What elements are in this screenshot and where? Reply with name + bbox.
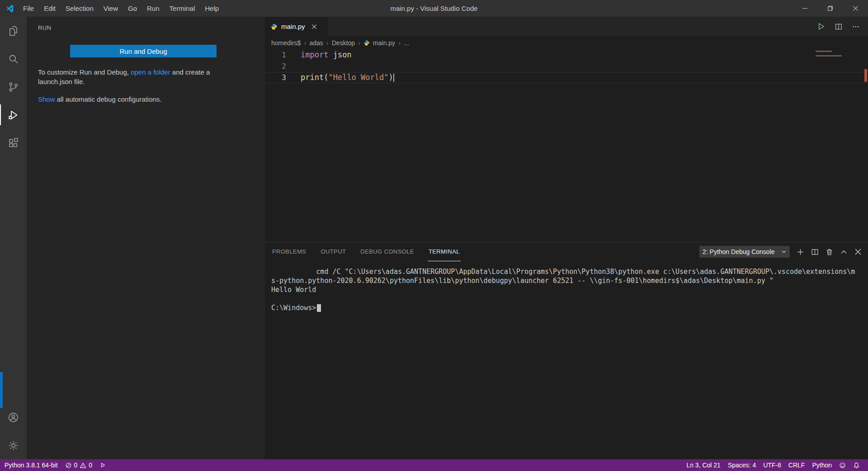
menu-terminal[interactable]: Terminal bbox=[165, 0, 200, 17]
editor-tab-bar: main.py bbox=[265, 17, 868, 36]
show-configurations-link[interactable]: Show bbox=[38, 95, 55, 103]
indentation-status[interactable]: Spaces: 4 bbox=[724, 459, 760, 471]
overview-ruler-marker bbox=[864, 69, 867, 82]
terminal-picker-value: 2: Python Debug Console bbox=[703, 248, 779, 255]
activity-bar bbox=[0, 17, 27, 459]
run-python-file-icon[interactable] bbox=[817, 22, 826, 31]
terminal-picker-dropdown[interactable]: 2: Python Debug Console bbox=[699, 246, 790, 258]
string-token: "Hello World" bbox=[328, 73, 388, 82]
minimap[interactable] bbox=[814, 49, 857, 81]
accounts-button[interactable] bbox=[0, 403, 27, 431]
menu-run[interactable]: Run bbox=[142, 0, 165, 17]
language-mode-status[interactable]: Python bbox=[808, 459, 835, 471]
code-text: import json bbox=[301, 49, 352, 61]
minimap-line bbox=[816, 55, 842, 57]
paren-token: ) bbox=[389, 73, 393, 82]
minimize-button[interactable] bbox=[792, 0, 817, 17]
new-terminal-icon[interactable] bbox=[797, 248, 804, 256]
sidebar-item-source-control[interactable] bbox=[0, 73, 27, 101]
menu-view[interactable]: View bbox=[99, 0, 123, 17]
eol-status[interactable]: CRLF bbox=[785, 459, 809, 471]
show-configs-text: Show all automatic debug configurations. bbox=[38, 94, 235, 104]
split-terminal-icon[interactable] bbox=[811, 248, 819, 256]
menu-go[interactable]: Go bbox=[123, 0, 142, 17]
manage-button[interactable] bbox=[0, 431, 27, 459]
tab-problems[interactable]: PROBLEMS bbox=[271, 242, 307, 261]
tab-close-icon[interactable] bbox=[311, 24, 317, 29]
account-icon bbox=[7, 411, 19, 424]
activity-bar-progress-strip bbox=[0, 372, 3, 408]
module-token: json bbox=[328, 50, 351, 59]
open-a-folder-link[interactable]: open a folder bbox=[131, 68, 170, 76]
customize-text-prefix: To customize Run and Debug, bbox=[38, 68, 131, 76]
customize-run-text: To customize Run and Debug, open a folde… bbox=[38, 67, 235, 86]
maximize-panel-icon[interactable] bbox=[840, 248, 848, 256]
python-icon bbox=[363, 40, 370, 46]
tab-main-py[interactable]: main.py bbox=[265, 17, 328, 36]
close-window-button[interactable] bbox=[843, 0, 868, 17]
tab-debug-console[interactable]: DEBUG CONSOLE bbox=[359, 242, 415, 261]
maximize-restore-button[interactable] bbox=[817, 0, 843, 17]
chevron-down-icon bbox=[781, 249, 787, 254]
git-branch-icon bbox=[7, 81, 19, 93]
panel-tabs: PROBLEMS OUTPUT DEBUG CONSOLE TERMINAL bbox=[271, 242, 461, 261]
menu-edit[interactable]: Edit bbox=[39, 0, 61, 17]
breadcrumb-separator: › bbox=[398, 39, 401, 47]
terminal-line: Hello World bbox=[271, 285, 868, 294]
breadcrumb: homedirs$ › adas › Desktop › main.py › .… bbox=[265, 36, 868, 49]
window-title: main.py - Visual Studio Code bbox=[390, 5, 477, 12]
gear-icon bbox=[7, 439, 19, 452]
sidebar-item-run-and-debug[interactable] bbox=[0, 101, 27, 129]
function-token: print bbox=[301, 73, 324, 82]
breadcrumb-separator: › bbox=[326, 39, 329, 47]
kill-terminal-trash-icon[interactable] bbox=[826, 248, 833, 256]
terminal-line bbox=[271, 294, 868, 303]
line-number: 1 bbox=[265, 49, 286, 61]
breadcrumb-separator: › bbox=[358, 39, 360, 47]
sidebar-item-explorer[interactable] bbox=[0, 17, 27, 45]
editor-actions bbox=[817, 17, 868, 36]
cursor-position-status[interactable]: Ln 3, Col 21 bbox=[683, 459, 724, 471]
menu-help[interactable]: Help bbox=[200, 0, 224, 17]
breadcrumb-main-py[interactable]: main.py bbox=[373, 39, 395, 47]
breadcrumb-symbol-ellipsis[interactable]: ... bbox=[404, 39, 409, 47]
run-status-button[interactable] bbox=[96, 459, 109, 471]
feedback-button[interactable] bbox=[835, 459, 849, 471]
notifications-button[interactable] bbox=[849, 459, 863, 471]
menu-bar: File Edit Selection View Go Run Terminal… bbox=[18, 0, 224, 17]
menu-file[interactable]: File bbox=[18, 0, 39, 17]
breadcrumb-adas[interactable]: adas bbox=[309, 39, 323, 47]
problems-status[interactable]: 0 0 bbox=[61, 459, 96, 471]
debug-icon bbox=[7, 109, 19, 121]
sidebar-title: RUN bbox=[38, 24, 51, 31]
run-and-debug-sidebar: RUN Run and Debug To customize Run and D… bbox=[27, 17, 265, 459]
title-bar: File Edit Selection View Go Run Terminal… bbox=[0, 0, 868, 17]
split-editor-icon[interactable] bbox=[835, 23, 843, 31]
status-bar-left: Python 3.8.1 64-bit 0 0 bbox=[0, 459, 109, 471]
feedback-smiley-icon bbox=[839, 462, 846, 469]
breadcrumb-desktop[interactable]: Desktop bbox=[332, 39, 355, 47]
warning-icon bbox=[80, 462, 86, 469]
vscode-logo-icon bbox=[5, 4, 14, 13]
sidebar-item-search[interactable] bbox=[0, 45, 27, 73]
window-controls bbox=[792, 0, 868, 17]
code-editor[interactable]: 1 import json 2 3 print("Hello World") bbox=[265, 49, 868, 242]
tab-terminal[interactable]: TERMINAL bbox=[428, 242, 461, 261]
run-and-debug-button[interactable]: Run and Debug bbox=[70, 45, 217, 57]
python-icon bbox=[270, 23, 278, 30]
python-interpreter-status[interactable]: Python 3.8.1 64-bit bbox=[1, 459, 61, 471]
panel-actions: 2: Python Debug Console bbox=[699, 246, 862, 258]
panel-header: PROBLEMS OUTPUT DEBUG CONSOLE TERMINAL 2… bbox=[265, 242, 868, 261]
code-line-2: 2 bbox=[265, 61, 868, 72]
breadcrumb-homedirs[interactable]: homedirs$ bbox=[271, 39, 301, 47]
more-actions-icon[interactable] bbox=[852, 23, 860, 31]
encoding-status[interactable]: UTF-8 bbox=[760, 459, 785, 471]
status-bar-right: Ln 3, Col 21 Spaces: 4 UTF-8 CRLF Python bbox=[683, 459, 868, 471]
tab-output[interactable]: OUTPUT bbox=[320, 242, 347, 261]
terminal-cursor bbox=[317, 304, 321, 312]
terminal-output[interactable]: cmd /C "C:\Users\adas.GANTNERGROUP\AppDa… bbox=[265, 261, 868, 459]
sidebar-item-extensions[interactable] bbox=[0, 129, 27, 157]
play-icon bbox=[99, 462, 106, 468]
menu-selection[interactable]: Selection bbox=[61, 0, 99, 17]
close-panel-icon[interactable] bbox=[854, 248, 862, 255]
